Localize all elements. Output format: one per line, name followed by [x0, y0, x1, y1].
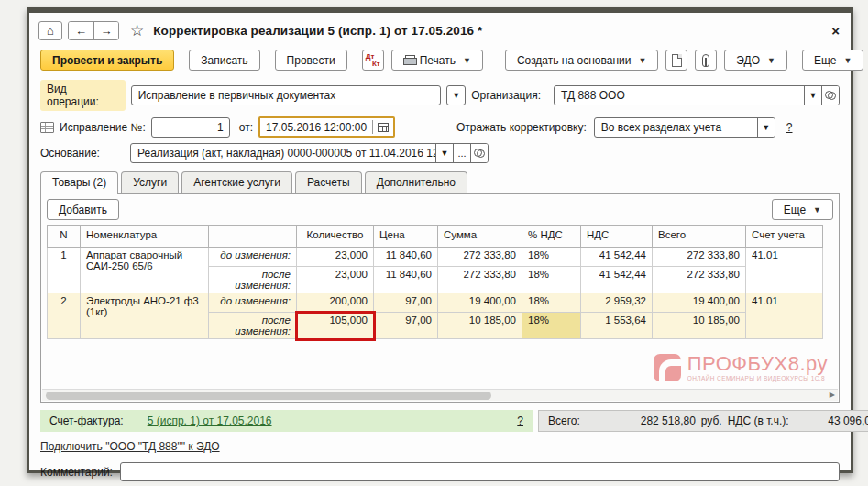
cell-total[interactable]: 272 333,80	[653, 248, 746, 267]
save-button[interactable]: Записать	[189, 50, 259, 71]
col-header-price[interactable]: Цена	[374, 226, 438, 248]
horizontal-scrollbar[interactable]: ▶	[42, 389, 838, 401]
scrollbar-thumb[interactable]	[46, 392, 491, 400]
home-button[interactable]: ⌂	[38, 21, 62, 40]
cell-sum[interactable]: 10 185,00	[438, 313, 522, 339]
new-document-button[interactable]	[665, 50, 687, 71]
reflect-combobox[interactable]: Во всех разделах учета ▼	[594, 117, 775, 138]
operation-dropdown-button[interactable]: ▼	[446, 85, 466, 105]
cell-vat[interactable]: 2 959,32	[581, 293, 653, 313]
cell-price[interactable]: 11 840,60	[374, 248, 438, 267]
table-row-selected: 2 Электроды АНО-21 ф3 (1кг) до изменения…	[48, 293, 823, 313]
col-header-nomenclature[interactable]: Номенклатура	[81, 226, 209, 248]
col-header-vat-rate[interactable]: % НДС	[522, 226, 581, 248]
cell-quantity-highlighted[interactable]: 105,000	[297, 313, 374, 339]
cell-quantity[interactable]: 23,000	[297, 248, 374, 267]
basis-value: Реализация (акт, накладная) 0000-000005 …	[131, 144, 435, 162]
post-button[interactable]: Провести	[275, 50, 347, 71]
cell-vat-rate[interactable]: 18%	[522, 248, 581, 267]
page-title: Корректировка реализации 5 (испр. 1) от …	[153, 24, 482, 38]
cell-vat-rate-current[interactable]: 18%	[522, 313, 581, 339]
choose-button[interactable]: ...	[453, 144, 470, 162]
tab-goods[interactable]: Товары (2)	[40, 171, 118, 193]
col-header-quantity[interactable]: Количество	[297, 226, 374, 248]
table-more-button[interactable]: Еще ▼	[772, 199, 833, 220]
open-link-button[interactable]	[470, 144, 488, 162]
post-and-close-button[interactable]: Провести и закрыть	[40, 50, 174, 71]
add-row-button[interactable]: Добавить	[47, 199, 119, 220]
from-label: от:	[239, 121, 253, 134]
cell-vat[interactable]: 1 553,64	[581, 313, 653, 339]
cell-quantity[interactable]: 23,000	[297, 267, 374, 293]
reflect-help-link[interactable]: ?	[786, 121, 793, 134]
cell-total[interactable]: 272 333,80	[653, 267, 746, 293]
cell-n[interactable]: 1	[48, 248, 81, 293]
print-label: Печать	[420, 54, 456, 67]
correction-number-input[interactable]: 1	[151, 117, 230, 138]
date-input[interactable]: 17.05.2016 12:00:00	[258, 116, 395, 138]
cell-after-label: после изменения:	[209, 267, 297, 293]
cell-total[interactable]: 10 185,00	[653, 313, 746, 339]
organization-label: Организация:	[471, 89, 541, 102]
col-header-sum[interactable]: Сумма	[438, 226, 522, 248]
edo-button[interactable]: ЭДО ▼	[724, 50, 787, 71]
col-header-account[interactable]: Счет учета	[746, 226, 823, 248]
basis-combobox[interactable]: Реализация (акт, накладная) 0000-000005 …	[130, 143, 489, 163]
operation-combobox[interactable]: Исправление в первичных документах	[131, 85, 441, 105]
edo-connect-link[interactable]: Подключить "ООО "ТД 888"" к ЭДО	[40, 440, 220, 453]
cell-price[interactable]: 97,00	[374, 313, 438, 339]
col-header-vat[interactable]: НДС	[581, 226, 653, 248]
more-button[interactable]: Еще ▼	[802, 50, 863, 71]
invoice-help-link[interactable]: ?	[517, 414, 523, 427]
row-operation: Вид операции: Исправление в первичных до…	[29, 77, 851, 114]
reflect-label: Отражать корректировку:	[456, 121, 587, 134]
tab-services[interactable]: Услуги	[121, 171, 179, 193]
tab-additional[interactable]: Дополнительно	[365, 171, 467, 193]
create-based-on-button[interactable]: Создать на основании ▼	[505, 50, 658, 71]
calendar-button[interactable]	[373, 118, 393, 136]
print-button[interactable]: Печать ▼	[391, 50, 483, 71]
cell-n[interactable]: 2	[48, 293, 81, 339]
cell-vat[interactable]: 41 542,44	[581, 267, 653, 293]
cell-quantity[interactable]: 200,000	[297, 293, 374, 313]
chevron-down-icon: ▼	[813, 205, 821, 215]
cell-account[interactable]: 41.01	[746, 293, 823, 339]
tab-settlements[interactable]: Расчеты	[295, 171, 362, 193]
cell-vat-rate[interactable]: 18%	[522, 293, 581, 313]
tab-agent-services[interactable]: Агентские услуги	[181, 171, 292, 193]
attachments-button[interactable]	[695, 50, 717, 71]
chain-link-icon	[825, 91, 836, 100]
favorite-star-icon[interactable]: ☆	[130, 21, 144, 40]
open-link-button[interactable]	[821, 86, 839, 105]
vat-total-label: НДС (в т.ч.):	[728, 414, 789, 427]
cell-nomenclature[interactable]: Электроды АНО-21 ф3 (1кг)	[81, 293, 209, 339]
cell-sum[interactable]: 272 333,80	[438, 267, 522, 293]
forward-button[interactable]: →	[93, 22, 118, 39]
scroll-right-icon[interactable]: ▶	[830, 391, 835, 399]
cell-vat-rate[interactable]: 18%	[522, 267, 581, 293]
cell-price[interactable]: 97,00	[374, 293, 438, 313]
cell-total[interactable]: 19 400,00	[653, 293, 746, 313]
cell-sum[interactable]: 272 333,80	[438, 248, 522, 267]
cell-nomenclature[interactable]: Аппарат сварочный САИ-250 65/6	[81, 248, 209, 293]
cell-price[interactable]: 11 840,60	[374, 267, 438, 293]
row-correction: Исправление №: 1 от: 17.05.2016 12:00:00…	[29, 114, 851, 140]
table-command-bar: Добавить Еще ▼	[41, 194, 839, 225]
reflect-value: Во всех разделах учета	[595, 118, 757, 137]
close-icon[interactable]: ×	[831, 24, 840, 38]
cell-vat[interactable]: 41 542,44	[581, 248, 653, 267]
chevron-down-icon[interactable]: ▼	[435, 144, 453, 162]
chevron-down-icon[interactable]: ▼	[757, 118, 775, 137]
col-header-total[interactable]: Всего	[653, 226, 746, 248]
dtkt-button[interactable]: Дт Кт	[362, 50, 384, 71]
col-header-change[interactable]	[209, 226, 297, 248]
organization-combobox[interactable]: ТД 888 ООО ▼	[554, 85, 840, 105]
chain-link-icon	[474, 149, 485, 158]
cell-account[interactable]: 41.01	[746, 248, 823, 293]
col-header-n[interactable]: N	[48, 226, 81, 248]
chevron-down-icon[interactable]: ▼	[804, 86, 821, 105]
comment-input[interactable]	[120, 462, 840, 481]
cell-sum[interactable]: 19 400,00	[438, 293, 522, 313]
invoice-link[interactable]: 5 (испр. 1) от 17.05.2016	[148, 414, 272, 427]
back-button[interactable]: ←	[69, 22, 93, 39]
